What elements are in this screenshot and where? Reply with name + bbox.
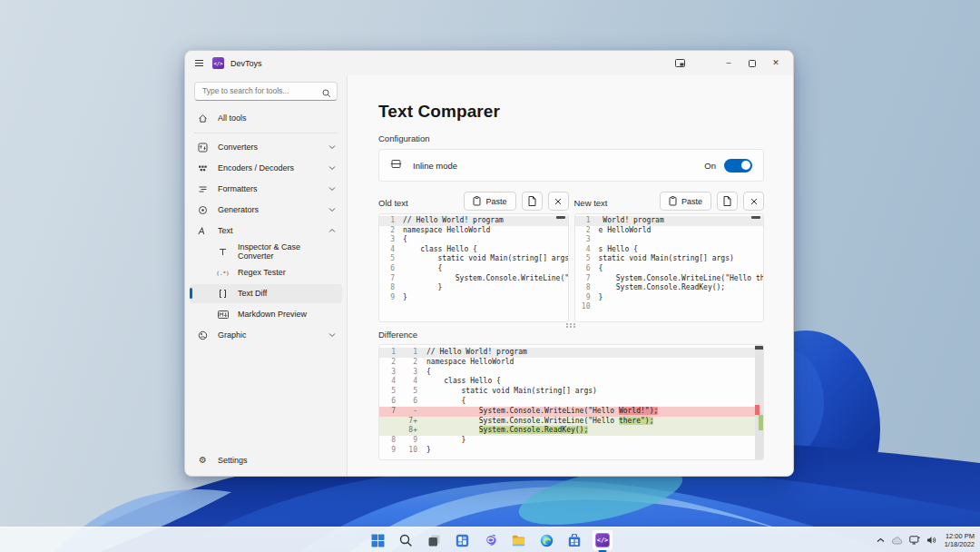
sidebar-item-regex-tester[interactable]: (.*) Regex Tester bbox=[190, 263, 342, 282]
paste-button-label: Paste bbox=[485, 197, 506, 206]
old-open-file-button[interactable] bbox=[522, 192, 543, 211]
new-line-number: 4 bbox=[401, 377, 423, 387]
sidebar-item-text[interactable]: Text bbox=[190, 222, 342, 241]
line-number: 9 bbox=[379, 293, 403, 303]
diff-row-current: 11// Hello World! program bbox=[379, 348, 763, 358]
editor-line: 2e HelloWorld bbox=[575, 226, 764, 236]
old-line-number bbox=[379, 417, 401, 427]
onedrive-tray-button[interactable] bbox=[891, 537, 903, 545]
editor-scrollbar[interactable] bbox=[556, 216, 565, 219]
old-line-number: 6 bbox=[379, 397, 401, 407]
cloud-icon bbox=[891, 537, 903, 545]
devtoys-taskbar-button[interactable]: </> bbox=[592, 529, 613, 551]
scrollbar-thumb[interactable] bbox=[755, 346, 763, 350]
new-line-number: - bbox=[401, 407, 423, 417]
new-line-number: 5 bbox=[401, 387, 423, 397]
old-clear-button[interactable] bbox=[548, 192, 569, 211]
chat-button[interactable] bbox=[479, 529, 501, 551]
old-paste-button[interactable]: Paste bbox=[464, 192, 515, 211]
network-tray-button[interactable] bbox=[909, 536, 920, 545]
editor-scrollbar[interactable] bbox=[751, 216, 760, 219]
editor-line: 8 System.Console.ReadKey(); bbox=[575, 283, 764, 293]
new-line-number: 7+ bbox=[401, 417, 423, 427]
line-text: s Hello { bbox=[599, 245, 638, 255]
edge-button[interactable] bbox=[535, 529, 557, 551]
line-number: 4 bbox=[575, 245, 599, 255]
chevron-down-icon bbox=[328, 143, 336, 152]
sidebar-item-formatters[interactable]: Formatters bbox=[190, 180, 342, 199]
sidebar-item-settings[interactable]: ⚙ Settings bbox=[190, 450, 342, 469]
sidebar-item-graphic[interactable]: Graphic bbox=[190, 326, 342, 345]
search-box[interactable] bbox=[194, 81, 338, 101]
new-text-pane: New text Paste bbox=[574, 191, 765, 322]
inline-mode-toggle[interactable] bbox=[724, 159, 752, 172]
edge-icon bbox=[540, 534, 554, 547]
tray-chevron-button[interactable] bbox=[877, 537, 885, 543]
close-button[interactable]: ✕ bbox=[764, 54, 788, 74]
taskbar-clock[interactable]: 12:00 PM 1/18/2022 bbox=[943, 532, 975, 548]
start-button[interactable] bbox=[367, 529, 388, 551]
editor-line: 7 System.Console.WriteLine("Hello World!… bbox=[379, 274, 568, 284]
diff-line-text: System.Console.ReadKey(); bbox=[423, 426, 588, 436]
splitter-grip-icon bbox=[566, 323, 576, 328]
sidebar-item-all-tools[interactable]: All tools bbox=[190, 109, 342, 128]
compact-overlay-button[interactable] bbox=[668, 54, 691, 74]
minimize-button[interactable]: – bbox=[717, 54, 740, 74]
gear-icon: ⚙ bbox=[197, 454, 209, 466]
inline-mode-label: Inline mode bbox=[413, 161, 457, 171]
search-icon bbox=[399, 534, 412, 547]
network-icon bbox=[909, 536, 920, 545]
file-icon bbox=[528, 196, 536, 206]
sidebar-item-inspector-case-converter[interactable]: Inspector & Case Converter bbox=[190, 242, 342, 261]
taskbar-search-button[interactable] bbox=[395, 529, 416, 551]
new-line-number: 6 bbox=[401, 397, 423, 407]
new-line-number: 2 bbox=[401, 358, 423, 368]
new-paste-button[interactable]: Paste bbox=[660, 192, 711, 211]
file-explorer-button[interactable] bbox=[507, 529, 529, 551]
new-open-file-button[interactable] bbox=[717, 192, 738, 211]
diff-row-normal: 33{ bbox=[379, 368, 763, 378]
editor-line: 9} bbox=[379, 293, 568, 303]
line-number: 5 bbox=[379, 254, 403, 264]
editor-line: 6{ bbox=[575, 264, 764, 274]
sidebar-item-label: Converters bbox=[218, 143, 258, 152]
titlebar[interactable]: </> DevToys – ✕ bbox=[185, 51, 793, 75]
pane-splitter[interactable] bbox=[378, 322, 764, 329]
line-text: } bbox=[403, 293, 407, 303]
diff-line-text: static void Main(string[] args) bbox=[423, 387, 597, 397]
tray-date: 1/18/2022 bbox=[945, 540, 975, 548]
sidebar-item-converters[interactable]: Converters bbox=[190, 138, 342, 157]
case-converter-icon bbox=[217, 246, 229, 258]
line-text: System.Console.WriteLine("Hello there"); bbox=[599, 274, 765, 284]
new-text-editor[interactable]: 1 World! program2e HelloWorld34s Hello {… bbox=[574, 213, 765, 322]
line-number: 2 bbox=[575, 226, 599, 236]
line-text: World! program bbox=[599, 216, 664, 226]
added-marker bbox=[759, 415, 763, 430]
widgets-button[interactable] bbox=[451, 529, 473, 551]
new-line-number: 3 bbox=[401, 368, 423, 378]
desktop: </> DevToys – ✕ bbox=[0, 0, 980, 552]
editor-line: 1 World! program bbox=[575, 216, 764, 226]
generator-icon bbox=[197, 204, 209, 216]
diff-line-text: { bbox=[423, 368, 431, 378]
old-text-editor[interactable]: 1// Hello World! program2namespace Hello… bbox=[378, 213, 569, 322]
editor-line: 5static void Main(string[] args) bbox=[575, 254, 764, 264]
sidebar-item-text-diff[interactable]: Text Diff bbox=[190, 284, 342, 303]
hamburger-menu-icon[interactable] bbox=[194, 55, 204, 72]
line-text: static void Main(string[] args) bbox=[599, 254, 734, 264]
store-button[interactable] bbox=[564, 529, 585, 551]
search-input[interactable] bbox=[194, 82, 338, 101]
task-view-button[interactable] bbox=[423, 529, 445, 551]
sidebar-item-generators[interactable]: Generators bbox=[190, 201, 342, 220]
sidebar-item-markdown-preview[interactable]: Markdown Preview bbox=[190, 305, 342, 324]
toggle-knob bbox=[741, 161, 750, 170]
new-clear-button[interactable] bbox=[743, 192, 764, 211]
search-icon[interactable] bbox=[322, 85, 331, 102]
volume-tray-button[interactable] bbox=[926, 536, 936, 545]
maximize-button[interactable] bbox=[740, 54, 764, 74]
diff-overview-ruler[interactable] bbox=[755, 345, 763, 459]
line-text: } bbox=[599, 293, 603, 303]
old-line-number: 2 bbox=[379, 358, 401, 368]
sidebar-item-encoders-decoders[interactable]: Encoders / Decoders bbox=[190, 159, 342, 178]
diff-line-text: // Hello World! program bbox=[423, 348, 527, 358]
